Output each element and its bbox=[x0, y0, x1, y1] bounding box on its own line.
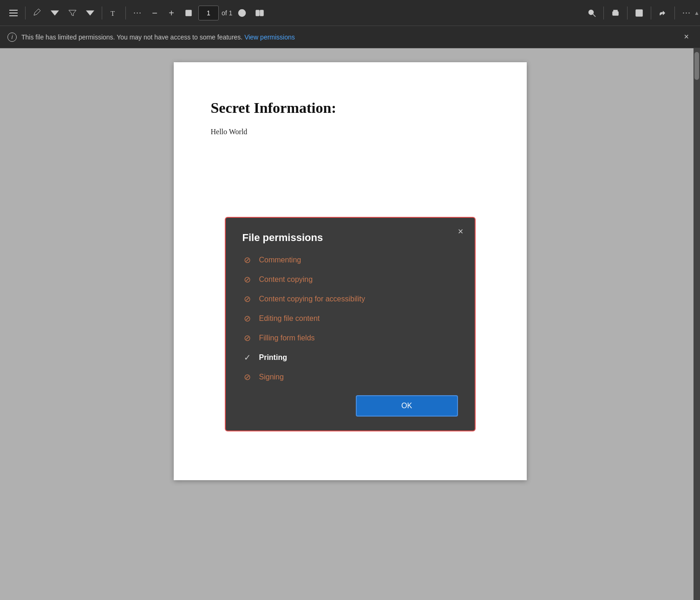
permissions-list: ⊘Commenting⊘Content copying⊘Content copy… bbox=[242, 255, 458, 382]
scrollbar-thumb[interactable] bbox=[694, 52, 699, 80]
denied-icon: ⊘ bbox=[242, 372, 253, 382]
permission-label: Filling form fields bbox=[259, 334, 315, 342]
notification-close-button[interactable]: × bbox=[680, 30, 693, 44]
notification-text: This file has limited permissions. You m… bbox=[21, 33, 675, 41]
help-button[interactable] bbox=[234, 5, 250, 21]
info-icon: i bbox=[7, 33, 17, 42]
filter-dropdown[interactable] bbox=[82, 5, 98, 21]
more-tools-button[interactable]: ··· bbox=[130, 5, 145, 21]
permission-label: Commenting bbox=[259, 256, 301, 264]
print-button[interactable] bbox=[608, 5, 623, 21]
dialog-title: File permissions bbox=[242, 232, 458, 244]
overflow-button[interactable]: ··· bbox=[679, 5, 694, 21]
two-page-view-button[interactable] bbox=[252, 5, 268, 21]
denied-icon: ⊘ bbox=[242, 255, 253, 265]
ok-button[interactable]: OK bbox=[356, 395, 458, 417]
zoom-in-button[interactable]: + bbox=[164, 5, 179, 21]
svg-rect-13 bbox=[637, 10, 640, 12]
permission-item: ✓Printing bbox=[242, 352, 458, 363]
menu-button[interactable] bbox=[6, 5, 21, 21]
permission-label: Content copying bbox=[259, 275, 313, 284]
permission-label: Editing file content bbox=[259, 314, 320, 323]
filter-button[interactable] bbox=[65, 5, 80, 21]
permission-item: ⊘Content copying bbox=[242, 274, 458, 285]
page-of-label: of 1 bbox=[222, 9, 232, 17]
share-button[interactable] bbox=[655, 5, 671, 21]
annotate-dropdown[interactable] bbox=[47, 5, 63, 21]
permission-label: Signing bbox=[259, 373, 284, 381]
permission-item: ⊘Filling form fields bbox=[242, 333, 458, 343]
dialog-footer: OK bbox=[242, 395, 458, 417]
view-permissions-link[interactable]: View permissions bbox=[244, 33, 295, 41]
svg-rect-2 bbox=[9, 15, 18, 16]
svg-rect-0 bbox=[9, 10, 18, 11]
fit-page-button[interactable] bbox=[181, 5, 196, 21]
page-navigation: 1 of 1 bbox=[198, 6, 232, 20]
scrollbar[interactable] bbox=[693, 48, 700, 600]
permission-label: Content copying for accessibility bbox=[259, 295, 366, 303]
notification-bar: i This file has limited permissions. You… bbox=[0, 26, 700, 48]
file-permissions-dialog: File permissions × ⊘Commenting⊘Content c… bbox=[225, 217, 476, 431]
scroll-arrow-indicator: ▲ bbox=[693, 0, 700, 26]
separator-right-3 bbox=[651, 7, 651, 20]
svg-text:T: T bbox=[111, 10, 115, 17]
separator-1 bbox=[25, 7, 26, 20]
annotate-button[interactable] bbox=[29, 5, 45, 21]
notification-message: This file has limited permissions. You m… bbox=[21, 33, 242, 41]
svg-line-10 bbox=[593, 14, 595, 17]
denied-icon: ⊘ bbox=[242, 313, 253, 324]
toolbar: T ··· − + 1 of 1 bbox=[0, 0, 700, 26]
main-content: Secret Information: Hello World File per… bbox=[0, 48, 700, 600]
save-button[interactable] bbox=[631, 5, 647, 21]
page-number-input[interactable]: 1 bbox=[198, 6, 219, 20]
separator-3 bbox=[125, 7, 126, 20]
separator-right-1 bbox=[603, 7, 604, 20]
search-button[interactable] bbox=[584, 5, 600, 21]
separator-right-4 bbox=[674, 7, 675, 20]
svg-rect-8 bbox=[260, 10, 263, 16]
svg-point-6 bbox=[242, 14, 242, 15]
separator-2 bbox=[102, 7, 102, 20]
overflow-label: ··· bbox=[682, 8, 691, 18]
svg-point-9 bbox=[589, 10, 593, 14]
permission-item: ⊘Editing file content bbox=[242, 313, 458, 324]
permission-item: ⊘Content copying for accessibility bbox=[242, 294, 458, 304]
permission-item: ⊘Signing bbox=[242, 372, 458, 382]
zoom-out-label: − bbox=[152, 8, 157, 18]
separator-right-2 bbox=[627, 7, 628, 20]
more-tools-label: ··· bbox=[133, 8, 142, 18]
zoom-out-button[interactable]: − bbox=[147, 5, 162, 21]
svg-rect-14 bbox=[636, 13, 642, 16]
svg-rect-1 bbox=[9, 13, 18, 13]
dialog-overlay: File permissions × ⊘Commenting⊘Content c… bbox=[0, 48, 700, 600]
permission-item: ⊘Commenting bbox=[242, 255, 458, 265]
svg-rect-7 bbox=[256, 10, 259, 16]
denied-icon: ⊘ bbox=[242, 294, 253, 304]
text-tool-button[interactable]: T bbox=[106, 5, 122, 21]
dialog-close-button[interactable]: × bbox=[454, 224, 467, 239]
checkmark-icon: ✓ bbox=[242, 352, 253, 363]
permission-label: Printing bbox=[259, 353, 287, 362]
denied-icon: ⊘ bbox=[242, 274, 253, 285]
zoom-in-label: + bbox=[169, 8, 174, 18]
denied-icon: ⊘ bbox=[242, 333, 253, 343]
